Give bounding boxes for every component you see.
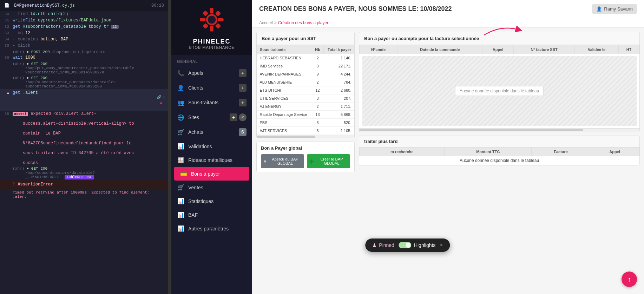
table-row[interactable]: IMD Services 3 22 171. (257, 62, 354, 70)
svg-rect-4 (218, 18, 224, 21)
table-row[interactable]: ETS DITCHI 12 2 680. (257, 86, 354, 94)
sidebar-plus-sites[interactable]: + (230, 113, 237, 121)
apercu-button[interactable]: 🖨 Aperçu du BAP GLOBAL (261, 154, 304, 168)
row-total: 784. (323, 78, 354, 86)
main-content: CREATION DES BONS A PAYER, NOUS SOMMES L… (252, 0, 644, 294)
row-total: 1 105. (323, 127, 354, 135)
row-nb: 2 (312, 54, 323, 62)
apercu-label: Aperçu du BAP GLOBAL (268, 157, 302, 165)
highlights-toggle-switch[interactable] (399, 242, 411, 248)
global-bap-card: Bon a Payer global 🖨 Aperçu du BAP GLOBA… (256, 142, 355, 172)
bottom-table: m recherche Montant TTC Facture Appel Au… (359, 147, 639, 165)
sidebar-item-ventes[interactable]: 🛒 Ventes (171, 181, 252, 194)
achats-icon: 🛒 (177, 129, 185, 136)
sites-icon: 🌐 (177, 114, 185, 121)
creer-button[interactable]: ➕ Créer le BAP GLOBAL (307, 154, 350, 168)
scrollbar-thumb (257, 136, 315, 138)
breadcrumb-home: Accueil (259, 20, 273, 25)
sidebar-label-ventes: Ventes (188, 185, 203, 190)
resize-handle[interactable] (169, 0, 171, 294)
table-row[interactable]: HEBRARD SEBASTIEN 2 1 146. (257, 54, 354, 62)
sidebar-item-appels[interactable]: 📞 Appels + (171, 66, 252, 80)
row-nb: 3 (312, 62, 323, 70)
bottom-no-data: Aucune donnée disponible dans le tableau (360, 156, 639, 165)
user-icon: 👤 (596, 6, 602, 12)
xhr-post-create: (xhr) ● POST 200 /bap/one_sst_bap/create (0, 49, 168, 55)
bottom-title: traiter plus tard (359, 136, 639, 147)
top-card-title: Bon a payer ou acompte pour la facture s… (359, 32, 639, 45)
sidebar-s-achats: S (239, 128, 247, 136)
th-montant-ttc: Montant TTC (445, 148, 532, 156)
top-table-scrollbar[interactable] (359, 128, 639, 132)
sidebar-item-bons-a-payer[interactable]: 💳 Bons à payer (174, 167, 249, 181)
svg-point-9 (208, 16, 216, 24)
user-name: Ramy Savann (604, 6, 633, 12)
th-m-recherche: m recherche (360, 148, 445, 156)
autres-icon: 📊 (177, 225, 185, 232)
th-total: Total à payer (323, 45, 354, 54)
sidebar-item-sous-traitants[interactable]: 👥 Sous-traitants + (171, 95, 252, 110)
sidebar-item-autres[interactable]: 📊 Autres paramètres (171, 222, 252, 235)
table-row[interactable]: Rapide Depannage Service 13 5 868. (257, 111, 354, 119)
main-header: CREATION DES BONS A PAYER, NOUS SOMMES L… (252, 0, 644, 18)
sidebar: PHINELEC BTOB MAINTENANCE GÉNÉRAL 📞 Appe… (171, 0, 252, 294)
code-line-31: 31 writeFile cypress/fixtures/BAPdata.js… (0, 18, 168, 24)
scroll-up-button[interactable]: ↑ (622, 272, 637, 287)
statistiques-icon: 📊 (177, 198, 185, 204)
xhr-get-put-away: (xhr) ● GET 200 /bap/put_away_subcontrac… (0, 61, 168, 75)
sst-card: Bon a payer pour un SST Sous traitants N… (256, 32, 355, 138)
sidebar-item-validations[interactable]: 📊 Validations (171, 139, 252, 153)
code-line-38: 38 assert expected <div.alert.alert- suc… (0, 111, 168, 166)
svg-rect-1 (210, 8, 213, 13)
top-table: N°cmde Date de la commande Appel N° fact… (359, 45, 639, 128)
svg-rect-8 (215, 23, 221, 29)
table-row[interactable]: PBS 3 520. (257, 119, 354, 127)
table-row[interactable]: AJ ENERGY 2 1 711. (257, 103, 354, 111)
th-appel: Appel (482, 45, 514, 54)
highlights-close-button[interactable]: × (440, 242, 443, 248)
sst-table: Sous traitants Nb Total à payer HEBRARD … (257, 45, 354, 135)
row-name: UTIL SERVICES (257, 94, 312, 103)
sidebar-plus-clients[interactable]: + (239, 84, 247, 92)
pin-icon: ♟ (372, 242, 377, 248)
sidebar-logo: PHINELEC BTOB MAINTENANCE (171, 0, 252, 55)
sidebar-item-achats[interactable]: 🛒 Achats S (171, 125, 252, 139)
sites-nav-arrow[interactable]: < (239, 113, 247, 121)
page-title: CREATION DES BONS A PAYER, NOUS SOMMES L… (259, 5, 452, 13)
sidebar-label-achats: Achats (188, 129, 203, 135)
table-row[interactable]: AVENIR DEPANNAGES 9 4 244. (257, 70, 354, 78)
table-row[interactable]: UTIL SERVICES 3 207. (257, 94, 354, 103)
row-name: ETS DITCHI (257, 86, 312, 94)
row-name: AVENIR DEPANNAGES (257, 70, 312, 78)
highlights-toggle[interactable]: Highlights (399, 242, 435, 248)
sidebar-item-statistiques[interactable]: 📊 Statistiques (171, 194, 252, 208)
row-total: 1 711. (323, 103, 354, 111)
row-name: IMD Services (257, 62, 312, 70)
creer-label: Créer le BAP GLOBAL (315, 157, 348, 165)
file-extension: .cy.js (60, 3, 75, 8)
svg-rect-5 (203, 11, 209, 17)
sous-traitants-icon: 👥 (177, 99, 185, 106)
table-row[interactable]: AJT SERVICES 3 1 105. (257, 127, 354, 135)
code-header: 📄 BAPgenerationBySST.cy.js 00:18 (0, 0, 168, 11)
row-total: 520. (323, 119, 354, 127)
sidebar-item-clients[interactable]: 👤 Clients + (171, 80, 252, 95)
th-appel-bottom: Appel (590, 148, 639, 156)
sidebar-item-baf[interactable]: 📊 BAF (171, 208, 252, 222)
logo-sub: BTOB MAINTENANCE (177, 45, 247, 50)
sidebar-plus-sous-traitants[interactable]: + (239, 99, 247, 106)
sidebar-label-baf: BAF (188, 212, 198, 218)
highlights-toast: ♟ Pinned Highlights × (365, 239, 450, 252)
table-scrollbar[interactable] (257, 135, 354, 138)
table-row[interactable]: ABJ MENUISERIE 2 784. (257, 78, 354, 86)
logo-gear-icon (198, 6, 226, 34)
th-facture: Facture (532, 148, 590, 156)
logo-text: PHINELEC (177, 38, 247, 45)
row-nb: 2 (312, 78, 323, 86)
xhr-get-subcontractor: (xhr) ● GET 200 /bap/subcontractor_purch… (0, 75, 168, 89)
sidebar-item-sites[interactable]: 🌐 Sites + < (171, 110, 252, 125)
breadcrumb: Accueil > Création des bons a player (252, 18, 644, 28)
th-date: Date de la commande (397, 45, 482, 54)
sidebar-item-rideaux[interactable]: 🪟 Rideaux métalliques (171, 153, 252, 167)
sidebar-plus-appels[interactable]: + (239, 69, 247, 77)
